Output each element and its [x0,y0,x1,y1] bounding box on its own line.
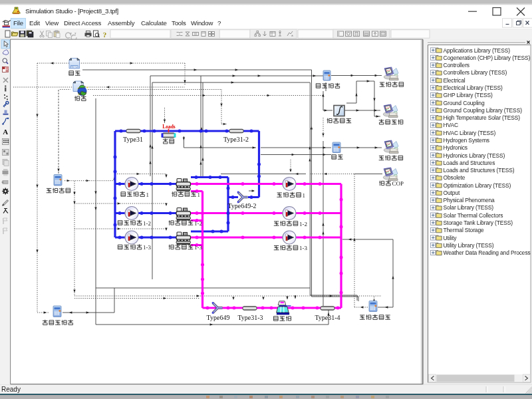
svg-text:Utility: Utility [444,235,458,241]
svg-text:Physical Phenomena: Physical Phenomena [444,197,495,203]
svg-text:Loads: Loads [162,124,175,130]
svg-text:Electrical Library (TESS): Electrical Library (TESS) [444,84,503,91]
svg-text:Edit: Edit [29,19,40,27]
svg-text:1-2: 1-2 [194,220,202,227]
svg-text:?: ? [103,31,107,39]
svg-text:1-2: 1-2 [143,220,151,227]
svg-text:GHP Library (TESS): GHP Library (TESS) [444,92,493,98]
svg-text:Type649: Type649 [207,314,230,321]
svg-text:Type31-3: Type31-3 [237,314,263,321]
svg-text:Solar Thermal Collectors: Solar Thermal Collectors [444,212,503,219]
svg-text:Ground Coupling: Ground Coupling [444,100,485,106]
svg-text:Calculate: Calculate [141,19,167,27]
svg-text:Tools: Tools [172,19,186,27]
svg-text:Utility Library (TESS): Utility Library (TESS) [444,242,494,249]
svg-text:Simulation Studio - [Project8_: Simulation Studio - [Project8_3.tpf] [25,7,119,15]
svg-text:Type31-2: Type31-2 [223,136,249,143]
svg-text:Type31: Type31 [123,136,143,143]
svg-text:1: 1 [198,192,201,198]
svg-text:Applications Library (TESS): Applications Library (TESS) [444,47,511,54]
svg-text:1: 1 [146,192,150,198]
svg-text:Electrical: Electrical [444,77,466,84]
svg-text:Loads and Structures (TESS): Loads and Structures (TESS) [444,167,515,174]
svg-text:Assembly: Assembly [108,19,135,27]
svg-text:Weather Data Reading and Proce: Weather Data Reading and Process [444,249,531,256]
svg-text:1-2: 1-2 [299,221,307,227]
svg-text:?: ? [217,19,221,27]
svg-text:1-3: 1-3 [194,244,202,251]
svg-text:1-3: 1-3 [143,244,151,251]
svg-text:Storage Tank Library (TESS): Storage Tank Library (TESS) [444,219,513,226]
svg-text:View: View [45,19,59,27]
svg-text:COP: COP [392,180,404,187]
svg-text:Obsolete: Obsolete [444,174,466,181]
svg-text:Thermal Storage: Thermal Storage [444,227,484,233]
svg-text:Hydronics Library (TESS): Hydronics Library (TESS) [444,152,505,159]
svg-text:Ready: Ready [1,386,21,393]
svg-text:Controllers: Controllers [444,62,469,68]
svg-text:Hydrogen Systems: Hydrogen Systems [444,137,489,144]
svg-text:Cogeneration (CHP) Library (TE: Cogeneration (CHP) Library (TESS) [444,55,531,61]
svg-text:Direct Access: Direct Access [64,19,102,27]
svg-text:Type31-4: Type31-4 [315,314,340,321]
svg-text:A: A [3,128,8,136]
svg-text:High Temperature Solar (TESS): High Temperature Solar (TESS) [444,114,521,121]
svg-text:1-3: 1-3 [299,245,307,251]
svg-text:Loads and Structures: Loads and Structures [444,160,495,166]
svg-text:Solar Library (TESS): Solar Library (TESS) [444,204,494,211]
svg-text:Window: Window [191,19,213,27]
svg-text:Controllers Library (TESS): Controllers Library (TESS) [444,69,507,76]
svg-text:Hydronics: Hydronics [444,144,467,151]
svg-text:Ground Coupling Library (TESS): Ground Coupling Library (TESS) [444,107,523,114]
svg-text:1: 1 [303,192,306,199]
svg-text:HVAC Library (TESS): HVAC Library (TESS) [444,130,496,136]
svg-text:USER: USER [71,66,78,68]
svg-text:Type649-2: Type649-2 [227,202,256,209]
svg-text:HVAC: HVAC [444,122,458,128]
svg-text:Output: Output [444,190,460,196]
svg-text:File: File [13,19,23,27]
svg-text:Optimization Library (TESS): Optimization Library (TESS) [444,182,511,189]
